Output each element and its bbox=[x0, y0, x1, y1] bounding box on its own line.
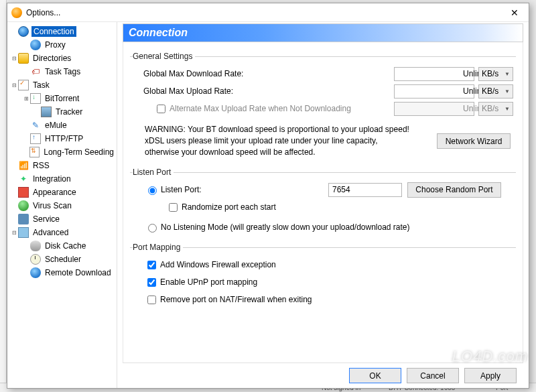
upload-rate-unit[interactable]: KB/s▼ bbox=[478, 84, 513, 99]
tree-item-task-tags[interactable]: 🏷Task Tags bbox=[9, 65, 115, 78]
alt-upload-checkbox[interactable] bbox=[157, 105, 165, 113]
listen-port-radio[interactable] bbox=[148, 186, 157, 195]
chevron-down-icon: ▼ bbox=[505, 71, 510, 77]
window-title: Options... bbox=[26, 8, 505, 17]
tracker-icon bbox=[41, 107, 52, 117]
tree-item-scheduler[interactable]: Scheduler bbox=[9, 253, 115, 266]
upload-rate-label: Global Max Upload Rate: bbox=[143, 86, 277, 96]
tree-item-long-term-seeding[interactable]: Long-Term Seeding bbox=[9, 145, 115, 159]
randomize-port-checkbox[interactable] bbox=[169, 203, 178, 212]
tree-twisty-icon[interactable]: ⊟ bbox=[10, 230, 18, 236]
tree-item-connection[interactable]: Connection bbox=[9, 25, 115, 38]
sched-icon bbox=[30, 254, 41, 265]
globe-icon bbox=[18, 26, 29, 37]
tree-item-label: Integration bbox=[31, 174, 72, 184]
options-tree[interactable]: ConnectionProxy⊟Directories🏷Task Tags⊟Ta… bbox=[7, 22, 117, 388]
group-general: General Settings Global Max Download Rat… bbox=[130, 52, 516, 162]
alt-upload-unit[interactable]: KB/s▼ bbox=[478, 102, 513, 116]
tree-twisty-icon[interactable]: ⊟ bbox=[10, 56, 18, 62]
service-icon bbox=[18, 214, 29, 224]
upload-rate-spinbox[interactable]: ▲▼ bbox=[394, 84, 474, 99]
tree-item-http-ftp[interactable]: HTTP/FTP bbox=[9, 132, 115, 145]
cancel-button[interactable]: Cancel bbox=[407, 368, 459, 383]
chevron-down-icon: ▼ bbox=[505, 88, 510, 94]
tree-item-appearance[interactable]: Appearance bbox=[9, 186, 115, 199]
tree-item-advanced[interactable]: ⊟Advanced bbox=[9, 226, 115, 239]
alt-upload-spinbox[interactable]: ▲▼ bbox=[394, 102, 474, 116]
tree-item-label: Long-Term Seeding bbox=[42, 147, 115, 157]
panel-title: Connection bbox=[123, 23, 523, 42]
tree-item-label: RSS bbox=[31, 160, 51, 171]
app-icon bbox=[11, 7, 22, 18]
network-wizard-button[interactable]: Network Wizard bbox=[437, 133, 511, 149]
group-portmap-legend: Port Mapping bbox=[133, 243, 183, 252]
tree-item-label: Scheduler bbox=[44, 254, 82, 265]
tree-item-label: Disk Cache bbox=[44, 241, 87, 251]
tree-item-label: Directories bbox=[31, 53, 72, 64]
tree-item-bittorrent[interactable]: ⊞BitTorrent bbox=[9, 92, 115, 105]
alt-upload-label: Alternate Max Upload Rate when Not Downl… bbox=[170, 104, 394, 113]
chevron-down-icon: ▼ bbox=[505, 106, 510, 112]
upnp-checkbox[interactable] bbox=[147, 278, 156, 287]
tree-item-label: HTTP/FTP bbox=[44, 133, 84, 144]
choose-random-port-button[interactable]: Choose Random Port bbox=[407, 182, 501, 198]
download-rate-spinbox[interactable]: ▲▼ bbox=[394, 67, 474, 81]
tree-item-label: Tracker bbox=[54, 107, 84, 117]
ok-button[interactable]: OK bbox=[349, 368, 401, 383]
options-dialog: Options... ✕ ConnectionProxy⊟Directories… bbox=[7, 3, 529, 389]
no-listening-label: No Listening Mode (will greatly slow dow… bbox=[161, 222, 410, 232]
tree-item-label: Remote Download bbox=[44, 267, 113, 278]
randomize-port-label: Randomize port each start bbox=[182, 202, 276, 212]
int-icon: ✦ bbox=[18, 174, 29, 184]
tree-item-label: eMule bbox=[44, 120, 68, 131]
seed-icon bbox=[29, 147, 40, 157]
apply-button[interactable]: Apply bbox=[464, 368, 517, 383]
tree-item-disk-cache[interactable]: Disk Cache bbox=[9, 239, 115, 253]
tree-item-service[interactable]: Service bbox=[9, 212, 115, 226]
tree-item-emule[interactable]: ✎eMule bbox=[9, 119, 115, 132]
rss-icon: 📶 bbox=[18, 160, 29, 171]
tree-item-tracker[interactable]: Tracker bbox=[9, 105, 115, 119]
remove-nat-checkbox[interactable] bbox=[147, 296, 156, 304]
warning-text: WARNING: Your BT download speed is propo… bbox=[145, 124, 429, 158]
tag-icon: 🏷 bbox=[30, 66, 41, 77]
tree-twisty-icon[interactable]: ⊟ bbox=[10, 82, 18, 88]
task-icon bbox=[18, 80, 29, 90]
titlebar: Options... ✕ bbox=[7, 3, 529, 22]
emule-icon: ✎ bbox=[30, 120, 41, 131]
close-button[interactable]: ✕ bbox=[505, 6, 525, 19]
tree-item-label: Task bbox=[31, 80, 51, 90]
firewall-exception-checkbox[interactable] bbox=[147, 261, 156, 269]
download-rate-unit[interactable]: KB/s▼ bbox=[478, 67, 513, 81]
dialog-button-bar: OK Cancel Apply bbox=[123, 363, 523, 388]
listen-port-input[interactable] bbox=[328, 183, 402, 197]
tree-item-task[interactable]: ⊟Task bbox=[9, 78, 115, 92]
folder-icon bbox=[18, 53, 29, 64]
group-port-mapping: Port Mapping Add Windows Firewall except… bbox=[130, 243, 516, 310]
firewall-exception-label: Add Windows Firewall exception bbox=[160, 260, 276, 269]
tree-twisty-icon[interactable]: ⊞ bbox=[22, 96, 30, 102]
tree-item-label: Service bbox=[31, 214, 61, 224]
tree-item-proxy[interactable]: Proxy bbox=[9, 38, 115, 52]
tree-item-directories[interactable]: ⊟Directories bbox=[9, 52, 115, 65]
group-general-legend: General Settings bbox=[133, 52, 195, 61]
tree-item-virus-scan[interactable]: Virus Scan bbox=[9, 199, 115, 212]
globe-sm-icon bbox=[30, 267, 41, 278]
tree-item-rss[interactable]: 📶RSS bbox=[9, 159, 115, 172]
upnp-label: Enable UPnP port mapping bbox=[160, 277, 257, 287]
tree-item-integration[interactable]: ✦Integration bbox=[9, 172, 115, 186]
no-listening-radio[interactable] bbox=[148, 224, 157, 233]
remove-nat-label: Remove port on NAT/Firewall when exiting bbox=[160, 295, 312, 304]
disk-icon bbox=[30, 241, 41, 251]
adv-icon bbox=[18, 227, 29, 238]
virus-icon bbox=[18, 200, 29, 211]
download-rate-label: Global Max Download Rate: bbox=[143, 69, 277, 78]
group-listen-legend: Listen Port bbox=[133, 168, 174, 177]
globe-sm-icon bbox=[30, 40, 41, 50]
bt-icon bbox=[30, 93, 41, 104]
app-icon bbox=[18, 187, 29, 198]
tree-item-remote-download[interactable]: Remote Download bbox=[9, 266, 115, 279]
group-listen-port: Listen Port Listen Port: Choose Random P… bbox=[130, 168, 516, 237]
tree-item-label: Advanced bbox=[31, 227, 70, 238]
tree-item-label: BitTorrent bbox=[44, 93, 80, 104]
